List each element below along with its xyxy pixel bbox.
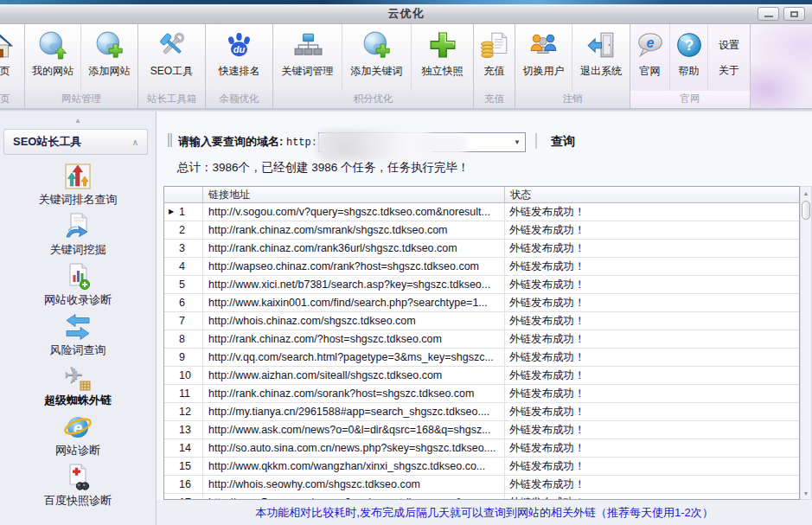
table-row[interactable]: 2 http://rank.chinaz.com/smrank/shgszc.t… <box>164 221 799 240</box>
help-label: 帮助 <box>679 64 700 79</box>
row-url: http://v.qq.com/search.html?pagetype=3&m… <box>203 349 505 366</box>
my-sites-label: 我的网站 <box>32 64 74 79</box>
table-row[interactable]: 5 http://www.xici.net/b7381/search.asp?k… <box>164 276 799 294</box>
table-row[interactable]: 8 http://rank.chinaz.com/?host=shgszc.td… <box>164 330 799 349</box>
group-label-balance: 余额优化 <box>206 91 272 108</box>
titlebar[interactable]: 云优化 <box>0 4 812 24</box>
add-keyword-button[interactable]: 添加关键词 <box>342 24 412 91</box>
row-status: 外链发布成功！ <box>505 476 799 493</box>
sidebar-item-super-spider-backlink[interactable]: ✈ 超级蜘蛛外链 <box>0 362 156 413</box>
fast-rank-button[interactable]: du 快速排名 <box>206 24 272 91</box>
ribbon-group-official: e 官网 ? 帮助 设置 关于 官网 <box>630 24 751 108</box>
sidebar-item-keyword-rank-query[interactable]: 关键词排名查询 <box>0 162 156 212</box>
official-site-button[interactable]: e 官网 <box>630 24 670 91</box>
row-url: http://v.sogou.com/v?query=shgszc.tdkseo… <box>203 203 505 221</box>
sidebar-title: SEO站长工具 <box>13 134 132 150</box>
table-row[interactable]: 14 http://so.auto.sina.com.cn/news.php?s… <box>164 439 799 458</box>
results-table: 链接地址 状态 ▶1 http://v.sogou.com/v?query=sh… <box>163 186 800 500</box>
row-number: 13 <box>179 424 191 436</box>
sitemap-icon <box>293 30 323 60</box>
group-label-home: 首页 <box>0 91 25 108</box>
table-row[interactable]: 12 http://my.tianya.cn/2961588#app=searc… <box>164 403 799 421</box>
scroll-up-icon[interactable]: ▲ <box>803 187 809 199</box>
table-row[interactable]: 15 http://www.qkkm.com/wangzhan/xinxi_sh… <box>164 458 799 476</box>
doc-medical-binoculars-icon <box>63 463 93 492</box>
group-label-points: 积分优化 <box>273 91 473 108</box>
sidebar-item-baidu-snapshot-diagnosis[interactable]: 百度快照诊断 <box>0 463 156 513</box>
minimize-icon <box>764 16 773 17</box>
snapshot-button[interactable]: 独立快照 <box>412 24 473 91</box>
minimize-button[interactable] <box>758 7 779 21</box>
table-row[interactable]: 10 http://www.aizhan.com/siteall/shgszc.… <box>164 367 799 385</box>
row-number: 4 <box>179 260 185 272</box>
seo-tools-button[interactable]: SEO工具 <box>138 24 205 91</box>
switch-user-button[interactable]: 切换用户 <box>515 24 572 91</box>
table-row[interactable]: ▶1 http://v.sogou.com/v?query=shgszc.tdk… <box>164 203 799 221</box>
header-link-address[interactable]: 链接地址 <box>203 187 505 202</box>
ribbon-group-home: 首页 首页 <box>0 24 25 108</box>
row-url: http://www.xici.net/b7381/search.asp?key… <box>203 276 505 293</box>
header-status[interactable]: 状态 <box>505 187 799 202</box>
row-number: 12 <box>179 406 191 418</box>
vertical-scrollbar[interactable]: ▲ ▼ <box>800 186 812 500</box>
row-number: 7 <box>179 315 185 327</box>
table-row[interactable]: 7 http://whois.chinaz.com/shgszc.tdkseo.… <box>164 312 799 330</box>
seo-tools-label: SEO工具 <box>150 64 193 79</box>
help-button[interactable]: ? 帮助 <box>670 24 708 91</box>
exit-button[interactable]: 退出系统 <box>572 24 630 91</box>
home-icon <box>0 30 15 60</box>
sidebar-item-label: 百度快照诊断 <box>44 493 112 509</box>
my-sites-button[interactable]: 我的网站 <box>25 24 81 91</box>
scrollbar-thumb[interactable] <box>802 201 810 220</box>
maximize-button[interactable] <box>783 7 805 21</box>
sidebar-item-keyword-mining[interactable]: 关键词挖掘 <box>0 212 156 262</box>
keyword-mgmt-label: 关键词管理 <box>282 64 334 79</box>
table-row[interactable]: 13 http://www.ask.com/news?o=0&l=dir&qsr… <box>164 421 799 439</box>
recharge-button[interactable]: 充值 <box>474 24 515 91</box>
selected-row-marker: ▶ <box>169 203 174 221</box>
sidebar-header[interactable]: SEO站长工具 ∧ <box>3 129 148 155</box>
ribbon-group-logout: 切换用户 退出系统 注销 <box>515 24 630 108</box>
settings-button[interactable]: 设置 <box>715 36 743 54</box>
row-url: http://my.tianya.cn/2961588#app=search_s… <box>203 403 505 420</box>
row-number: 11 <box>179 387 190 400</box>
exit-door-icon <box>586 30 616 60</box>
airplane-box-icon: ✈ <box>63 362 93 392</box>
keyword-mgmt-button[interactable]: 关键词管理 <box>273 24 342 91</box>
table-row[interactable]: 9 http://v.qq.com/search.html?pagetype=3… <box>164 349 799 367</box>
sidebar-item-label: 超级蜘蛛外链 <box>44 393 112 408</box>
table-row[interactable]: 11 http://rank.chinaz.com/sorank?host=sh… <box>164 385 799 403</box>
table-row[interactable]: 3 http://rank.chinaz.com/rank36url/shgsz… <box>164 240 799 258</box>
table-row[interactable]: 17 http://www.5c.com.cn/s.aspx?q=shgszc.… <box>164 494 799 500</box>
collapse-chevron-icon[interactable]: ∧ <box>132 138 138 147</box>
swap-arrows-icon <box>63 312 93 342</box>
add-site-button[interactable]: 添加网站 <box>81 24 137 91</box>
dropdown-arrow-icon[interactable]: ▼ <box>509 138 525 146</box>
sidebar-item-risk-word-query[interactable]: 风险词查询 <box>0 312 156 362</box>
sidebar-scroll-up-icon[interactable]: ▲ <box>0 117 156 125</box>
table-row[interactable]: 6 http://www.kaixin001.com/find/search.p… <box>164 294 799 312</box>
sidebar-item-label: 关键词挖掘 <box>50 242 106 258</box>
row-url: http://www.kaixin001.com/find/search.php… <box>203 294 505 311</box>
table-row[interactable]: 4 http://wapseo.chinaz.com/rank?host=shg… <box>164 258 799 276</box>
row-status: 外链发布成功！ <box>505 367 799 384</box>
about-button[interactable]: 关于 <box>715 61 743 80</box>
sidebar-item-site-diagnosis[interactable]: e 网站诊断 <box>0 413 156 463</box>
row-status: 外链发布成功！ <box>505 458 799 475</box>
sidebar-item-site-index-diagnosis[interactable]: 网站收录诊断 <box>0 262 156 312</box>
row-number: 16 <box>179 478 191 490</box>
add-site-label: 添加网站 <box>89 64 131 79</box>
censored-domain-blur-2 <box>416 134 468 157</box>
scroll-down-icon[interactable]: ▼ <box>803 487 809 499</box>
header-row-number[interactable] <box>164 187 203 202</box>
row-status: 外链发布成功！ <box>505 349 799 366</box>
table-row[interactable]: 16 http://whois.seowhy.com/shgszc.tdkseo… <box>164 476 799 494</box>
coins-doc-icon <box>480 30 509 60</box>
query-button[interactable]: 查询 <box>546 132 580 151</box>
doc-arrows-icon <box>63 212 93 241</box>
row-url: http://rank.chinaz.com/smrank/shgszc.tdk… <box>203 221 505 239</box>
ribbon-decoration <box>751 24 812 108</box>
row-number: 15 <box>179 460 191 472</box>
users-icon <box>529 30 559 60</box>
home-button[interactable]: 首页 <box>0 24 24 91</box>
